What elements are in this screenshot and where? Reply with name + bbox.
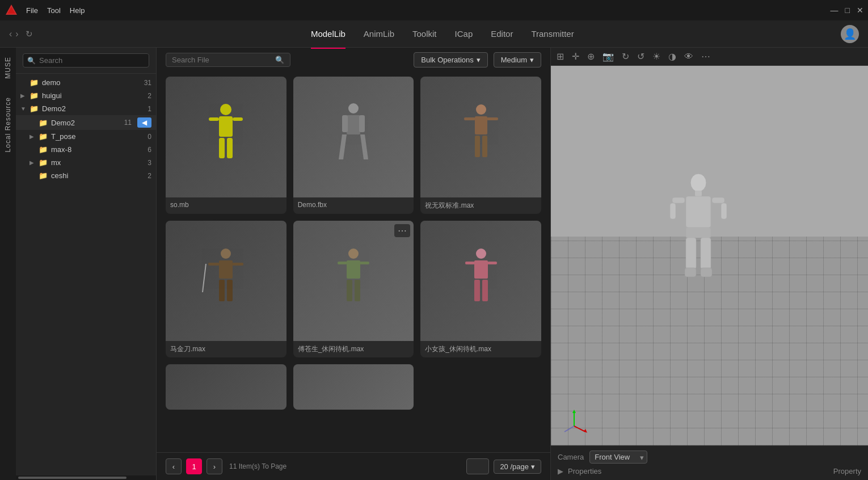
properties-row: ▶ Properties Property xyxy=(558,467,861,475)
side-label-local[interactable]: Local Resource xyxy=(2,88,14,161)
search-icon: 🔍 xyxy=(27,57,36,65)
card-menu-button-4[interactable]: ⋯ xyxy=(394,224,410,237)
model-card-7[interactable] xyxy=(293,364,414,410)
label-mx: mx xyxy=(51,158,61,167)
vp-icon-select[interactable]: ⊞ xyxy=(557,51,564,62)
bulk-operations-arrow: ▾ xyxy=(477,56,481,64)
side-label-muse[interactable]: MUSE xyxy=(2,48,14,88)
svg-rect-50 xyxy=(701,268,712,277)
count-demo: 31 xyxy=(144,79,151,87)
next-page-button[interactable]: › xyxy=(207,458,222,474)
folder-ceshi[interactable]: 📁 ceshi 2 xyxy=(16,169,156,182)
camera-row: Camera Front View Back View Left View Ri… xyxy=(558,450,861,464)
menu-tool[interactable]: Tool xyxy=(47,6,61,15)
vp-icon-move[interactable]: ✛ xyxy=(572,51,579,62)
folder-demo2-parent[interactable]: ▼ 📁 Demo2 1 xyxy=(16,102,156,115)
count-mx: 3 xyxy=(148,159,151,167)
vp-icon-more[interactable]: ⋯ xyxy=(701,51,710,62)
svg-rect-37 xyxy=(474,280,480,301)
camera-label: Camera xyxy=(558,453,584,461)
folder-icon-ceshi: 📁 xyxy=(39,171,48,180)
folder-mx[interactable]: ▶ 📁 mx 3 xyxy=(16,156,156,169)
folder-huigui[interactable]: ▶ 📁 huigui 2 xyxy=(16,89,156,102)
search-input[interactable] xyxy=(23,53,149,68)
label-demo: demo xyxy=(42,78,61,87)
svg-rect-41 xyxy=(686,196,711,228)
svg-rect-25 xyxy=(227,280,233,301)
model-name-4: 傅苍生_休闲待机.max xyxy=(293,341,414,357)
vp-icon-rotate-ccw[interactable]: ↺ xyxy=(637,51,644,62)
size-label: Medium xyxy=(501,56,527,64)
vp-icon-rotate-cw[interactable]: ↻ xyxy=(622,51,629,62)
folder-demo[interactable]: 📁 demo 31 xyxy=(16,76,156,89)
model-card-6[interactable] xyxy=(166,364,286,410)
vp-icon-eye[interactable]: 👁 xyxy=(684,52,693,62)
toolbar-right: Bulk Operations ▾ Medium ▾ xyxy=(414,52,541,68)
vp-icon-zoom[interactable]: ⊕ xyxy=(587,51,595,62)
per-page-selector[interactable]: 20 /page ▾ xyxy=(494,460,541,474)
svg-rect-15 xyxy=(475,116,487,134)
property-label: Property xyxy=(833,467,861,475)
svg-rect-5 xyxy=(233,117,243,121)
model-card-1[interactable]: Demo.fbx xyxy=(293,77,414,214)
count-tpose: 0 xyxy=(148,133,151,141)
tab-animlib[interactable]: AnimLib xyxy=(364,27,394,41)
model-card-2[interactable]: 祝无双标准.max xyxy=(420,77,541,214)
user-avatar[interactable]: 👤 xyxy=(841,25,859,43)
menu-bar: File Tool Help xyxy=(26,6,85,15)
properties-expand[interactable]: ▶ xyxy=(558,467,563,475)
bulk-operations-button[interactable]: Bulk Operations ▾ xyxy=(414,52,488,68)
minimize-button[interactable]: — xyxy=(831,6,838,15)
vp-icon-camera[interactable]: 📷 xyxy=(602,51,614,62)
forward-arrow[interactable]: › xyxy=(15,29,18,39)
tab-editor[interactable]: Editor xyxy=(491,27,513,41)
svg-rect-23 xyxy=(232,263,243,266)
label-ceshi: ceshi xyxy=(51,171,68,180)
back-arrow[interactable]: ‹ xyxy=(9,29,12,39)
tab-modellib[interactable]: ModelLib xyxy=(311,27,345,41)
folder-tpose[interactable]: ▶ 📁 T_pose 0 xyxy=(16,130,156,143)
vp-icon-contrast[interactable]: ◑ xyxy=(668,51,676,62)
model-name-5: 小女孩_休闲待机.max xyxy=(420,341,541,357)
arrow-tpose: ▶ xyxy=(30,133,36,140)
label-demo2-child: Demo2 xyxy=(51,119,75,127)
size-selector-button[interactable]: Medium ▾ xyxy=(494,52,541,68)
horizontal-scrollbar[interactable] xyxy=(16,475,156,480)
svg-rect-43 xyxy=(670,203,676,219)
folder-icon-demo: 📁 xyxy=(30,78,39,87)
model-card-3[interactable]: 马金刀.max xyxy=(166,221,286,358)
back-button[interactable]: ◀ xyxy=(137,117,151,128)
svg-marker-12 xyxy=(339,134,347,159)
nav-arrows: ‹ › xyxy=(9,29,19,39)
prev-page-button[interactable]: ‹ xyxy=(166,458,182,474)
per-page-label: 20 /page xyxy=(500,462,529,471)
model-card-5[interactable]: 小女孩_休闲待机.max xyxy=(420,221,541,358)
current-page-button[interactable]: 1 xyxy=(186,458,202,474)
maximize-button[interactable]: □ xyxy=(845,6,850,15)
camera-select[interactable]: Front View Back View Left View Right Vie… xyxy=(589,450,647,464)
svg-rect-32 xyxy=(355,280,360,301)
folder-demo2-child[interactable]: 📁 Demo2 11 ◀ xyxy=(16,115,156,130)
tab-icap[interactable]: ICap xyxy=(455,27,473,41)
page-jump-input[interactable] xyxy=(466,458,489,474)
model-card-0[interactable]: so.mb xyxy=(166,77,286,214)
svg-rect-45 xyxy=(721,203,727,219)
model-name-0: so.mb xyxy=(166,197,286,212)
refresh-button[interactable]: ↻ xyxy=(26,29,33,39)
axis-indicator xyxy=(560,406,588,436)
folder-max8[interactable]: 📁 max-8 6 xyxy=(16,143,156,156)
model-card-4[interactable]: ⋯ 傅苍生_休闲待机.max xyxy=(293,221,414,358)
svg-point-2 xyxy=(220,104,231,115)
close-button[interactable]: ✕ xyxy=(857,6,863,15)
svg-rect-35 xyxy=(465,262,475,264)
search-file-input[interactable] xyxy=(172,56,275,64)
vp-icon-sun[interactable]: ☀ xyxy=(652,51,660,62)
svg-rect-24 xyxy=(219,280,225,301)
tab-transmitter[interactable]: Transmitter xyxy=(531,27,574,41)
menu-help[interactable]: Help xyxy=(70,6,85,15)
tab-toolkit[interactable]: Toolkit xyxy=(412,27,437,41)
menu-file[interactable]: File xyxy=(26,6,38,15)
svg-rect-7 xyxy=(227,138,233,158)
svg-rect-44 xyxy=(712,197,724,203)
label-huigui: huigui xyxy=(42,91,62,100)
